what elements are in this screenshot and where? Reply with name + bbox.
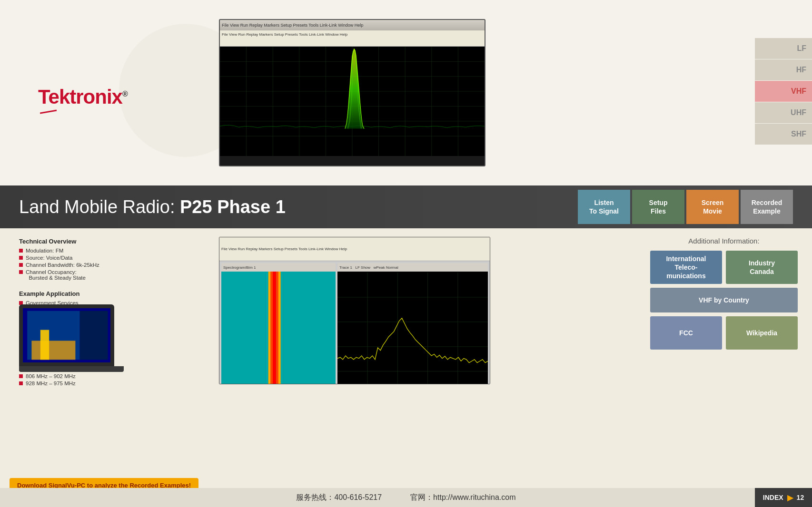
menu-items: File View Run Replay Markers Setup Prese… (222, 32, 347, 37)
laptop-screen-content (23, 308, 110, 362)
bullet-3 (19, 263, 23, 267)
tech-item-4: Channel Occupancy: Bursted & Steady Stat… (19, 269, 205, 281)
svg-rect-29 (281, 272, 283, 384)
tech-text-4: Channel Occupancy: Bursted & Steady Stat… (26, 269, 86, 281)
spectrogram-header: Spectrogram/Bim 1 (221, 263, 336, 272)
footer-phone: 服务热线：400-616-5217 (296, 493, 382, 503)
technical-overview-section: Technical Overview Modulation: FM Source… (19, 238, 205, 281)
logo-slash-decoration (40, 109, 59, 114)
svg-rect-19 (80, 311, 108, 360)
additional-buttons: InternationalTeleco-munications Industry… (650, 251, 798, 350)
nav-lf[interactable]: LF (755, 38, 812, 59)
screen-movie-button[interactable]: ScreenMovie (686, 190, 739, 224)
svg-rect-31 (283, 272, 336, 384)
vhf-country-button[interactable]: VHF by Country (650, 288, 798, 312)
industry-canada-button[interactable]: IndustryCanada (726, 251, 798, 284)
spectrogram-display (221, 272, 336, 384)
bottom-content: Spectrogram/Bim 1 (219, 261, 490, 384)
freq-text-5: 928 MHz – 975 MHz (26, 380, 76, 386)
freq-bullet-5 (19, 381, 23, 385)
logo-text: Tektronix® (38, 86, 128, 108)
bullet-1 (19, 249, 23, 253)
laptop-base (19, 366, 124, 372)
laptop-screen (23, 308, 110, 362)
additional-row-3: FCC Wikipedia (650, 316, 798, 350)
example-app-heading: Example Application (19, 290, 205, 297)
bottom-screenshot-inner: File View Run Replay Markers Setup Prese… (219, 237, 490, 384)
svg-rect-23 (273, 272, 276, 384)
svg-rect-24 (270, 272, 273, 384)
bottom-toolbar: File View Run Replay Markers Setup Prese… (219, 237, 490, 261)
listen-button[interactable]: ListenTo Signal (578, 190, 630, 224)
spectrogram-svg (221, 272, 336, 384)
nav-shf[interactable]: SHF (755, 124, 812, 145)
nav-hf-label: HF (796, 66, 806, 74)
svg-rect-28 (266, 272, 268, 384)
tech-text-2: Source: Voice/Data (26, 255, 72, 261)
freq-item-5: 928 MHz – 975 MHz (19, 380, 205, 386)
laptop-body (19, 304, 114, 366)
bullet-4 (19, 270, 23, 274)
additional-info-panel: Additional Information: InternationalTel… (650, 237, 798, 350)
banner-title: Land Mobile Radio: P25 Phase 1 (19, 197, 286, 217)
additional-row-1: InternationalTeleco-munications Industry… (650, 251, 798, 284)
svg-rect-21 (40, 330, 49, 360)
nav-vhf[interactable]: VHF (755, 81, 812, 102)
svg-rect-30 (221, 272, 266, 384)
svg-rect-32 (337, 273, 488, 384)
trace-header: Trace 1 LF Show wPeak Normal (337, 263, 488, 272)
titlebar-text: File View Run Replay Markers Setup Prese… (222, 23, 363, 28)
banner-title-text: Land Mobile Radio: P25 Phase 1 (19, 197, 286, 217)
footer: 服务热线：400-616-5217 官网：http://www.rituchin… (0, 488, 812, 507)
trace-svg (337, 272, 488, 384)
tektronix-logo: Tektronix® (38, 86, 128, 114)
additional-row-2: VHF by Country (650, 288, 798, 312)
screenshot-toolbar (220, 38, 485, 47)
svg-rect-25 (276, 272, 278, 384)
tech-item-1: Modulation: FM (19, 248, 205, 254)
trace-display (337, 272, 488, 384)
fcc-button[interactable]: FCC (650, 316, 722, 350)
svg-rect-20 (31, 341, 75, 360)
index-arrow-icon: ▶ (787, 493, 793, 502)
spectrogram-panel: Spectrogram/Bim 1 (221, 263, 336, 384)
setup-button[interactable]: SetupFiles (632, 190, 684, 224)
footer-website: 官网：http://www.rituchina.com (410, 493, 515, 503)
technical-heading: Technical Overview (19, 238, 205, 245)
nav-uhf[interactable]: UHF (755, 102, 812, 123)
recorded-example-button[interactable]: RecordedExample (741, 190, 793, 224)
intl-telecom-button[interactable]: InternationalTeleco-munications (650, 251, 722, 284)
svg-rect-27 (278, 272, 281, 384)
nav-lf-label: LF (797, 44, 806, 53)
banner-bold: P25 Phase 1 (180, 197, 286, 217)
screenshot-titlebar: File View Run Replay Markers Setup Prese… (220, 20, 485, 30)
svg-line-0 (40, 110, 57, 113)
laptop-illustration (19, 304, 124, 380)
logo-name: Tektronix (38, 86, 122, 108)
nav-uhf-label: UHF (791, 108, 806, 117)
tech-text-1: Modulation: FM (26, 248, 63, 254)
bottom-menu-text: File View Run Replay Markers Setup Prese… (221, 247, 347, 251)
spectrum-display (220, 47, 485, 156)
tech-item-2: Source: Voice/Data (19, 255, 205, 261)
bottom-spectrum-screenshot: File View Run Replay Markers Setup Prese… (219, 237, 490, 384)
index-label: INDEX (763, 494, 783, 501)
nav-hf[interactable]: HF (755, 59, 812, 80)
logo-reg: ® (122, 90, 128, 98)
page-number: 12 (797, 494, 804, 501)
additional-title: Additional Information: (650, 237, 798, 245)
tech-item-3: Channel Bandwidth: 6k-25kHz (19, 262, 205, 268)
screenshot-menu: File View Run Replay Markers Setup Prese… (220, 30, 485, 38)
trace-panel: Trace 1 LF Show wPeak Normal (337, 263, 488, 384)
tech-text-3: Channel Bandwidth: 6k-25kHz (26, 262, 99, 268)
nav-vhf-label: VHF (791, 87, 806, 96)
footer-index[interactable]: INDEX ▶ 12 (755, 488, 812, 507)
right-nav[interactable]: LF HF VHF UHF SHF (755, 38, 812, 145)
nav-shf-label: SHF (791, 130, 806, 138)
banner: Land Mobile Radio: P25 Phase 1 ListenTo … (0, 185, 812, 228)
banner-light: Land Mobile Radio: (19, 197, 180, 217)
bullet-2 (19, 256, 23, 260)
top-spectrum-screenshot: File View Run Replay Markers Setup Prese… (219, 19, 485, 166)
banner-buttons: ListenTo Signal SetupFiles ScreenMovie R… (578, 190, 793, 224)
wikipedia-button[interactable]: Wikipedia (726, 316, 798, 350)
